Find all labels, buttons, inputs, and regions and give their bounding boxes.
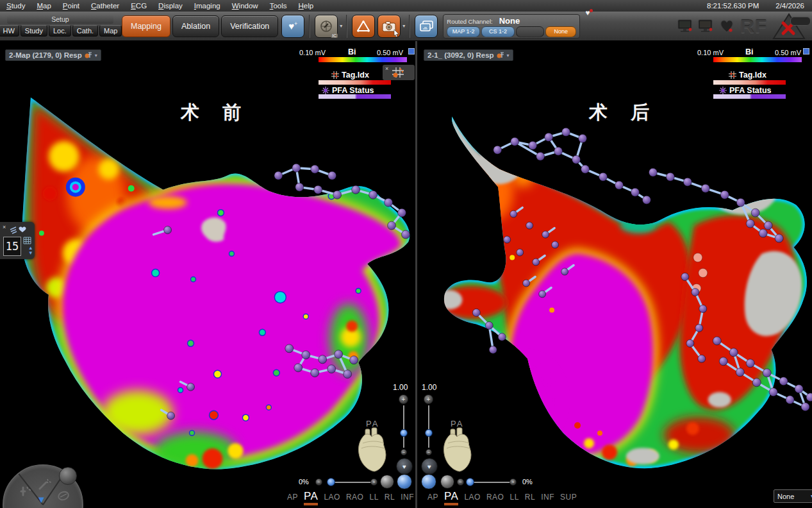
tag-tool-panel: × xyxy=(383,65,415,80)
channel-cs12-button[interactable]: CS 1-2 xyxy=(481,26,515,37)
viewport-maximize-button[interactable] xyxy=(803,48,809,55)
winged-heart-icon[interactable] xyxy=(9,224,28,235)
toolbar-separator xyxy=(309,15,310,38)
ablation-sites-button[interactable] xyxy=(352,15,375,38)
mapping-tab[interactable]: Mapping xyxy=(122,15,170,37)
menu-ecg[interactable]: ECG xyxy=(131,2,147,10)
orient-lao[interactable]: LAO xyxy=(324,493,340,502)
heart-view-button[interactable]: ♥ xyxy=(396,458,413,475)
close-icon[interactable]: × xyxy=(3,224,6,230)
opacity-minus-button[interactable]: − xyxy=(457,478,464,486)
grid-icon[interactable] xyxy=(23,237,31,244)
heart-orientation-icon[interactable] xyxy=(354,427,390,474)
orient-pa[interactable]: PA xyxy=(304,490,318,505)
zoom-slider-track[interactable] xyxy=(428,405,429,448)
opacity-plus-button[interactable]: + xyxy=(510,478,517,486)
zoom-in-button[interactable]: + xyxy=(399,394,408,404)
zoom-slider-handle[interactable] xyxy=(425,429,433,437)
orient-rl[interactable]: RL xyxy=(525,493,535,502)
tag-index-legend: Tag.Idx xyxy=(331,71,369,80)
orient-inf[interactable]: INF xyxy=(541,493,554,502)
snapshot-dropdown-chevron[interactable]: ▾ xyxy=(402,23,405,29)
tag-index-icon xyxy=(729,71,736,79)
menu-point[interactable]: Point xyxy=(63,2,79,10)
tag-grid-icon[interactable] xyxy=(392,67,404,78)
zoom-slider-track[interactable] xyxy=(403,405,404,448)
overlay-dropdown-value: None xyxy=(777,493,794,500)
setup-loc-button[interactable]: Loc. xyxy=(49,25,71,37)
map-selector-pre-op[interactable]: 2-Map (2179, 0) Resp ▾ xyxy=(5,49,101,61)
menu-imaging[interactable]: Imaging xyxy=(194,2,220,10)
voltage-color-scale[interactable] xyxy=(713,57,802,62)
zoom-slider-handle[interactable] xyxy=(400,429,408,437)
menu-study[interactable]: Study xyxy=(6,2,25,10)
opacity-slider-handle[interactable] xyxy=(466,478,474,486)
setup-map-button[interactable]: Map xyxy=(99,25,122,37)
opacity-slider-handle[interactable] xyxy=(327,478,335,486)
step-down-icon[interactable]: ▾ xyxy=(29,250,32,255)
select-tool-icon[interactable] xyxy=(18,485,32,499)
pfa-status-scale xyxy=(713,94,786,99)
orient-rao[interactable]: RAO xyxy=(486,493,504,502)
overlay-dropdown[interactable]: None ▾ xyxy=(774,489,812,503)
menu-display[interactable]: Display xyxy=(158,2,183,10)
setup-hw-button[interactable]: HW xyxy=(0,25,19,37)
snapshot-button[interactable] xyxy=(377,15,401,38)
viewport-maximize-button[interactable] xyxy=(408,48,415,55)
menu-map[interactable]: Map xyxy=(37,2,51,10)
menu-help[interactable]: Help xyxy=(299,2,314,10)
orient-ll[interactable]: LL xyxy=(369,493,378,502)
orient-sup[interactable]: SUP xyxy=(560,493,577,502)
speed-stepper[interactable]: ▴ ▾ xyxy=(29,245,32,255)
map-sphere-button[interactable] xyxy=(440,475,454,489)
radial-menu-collapse[interactable]: ▼ xyxy=(37,494,46,505)
rotation-sphere-button[interactable] xyxy=(421,474,436,489)
setup-study-button[interactable]: Study xyxy=(21,25,47,37)
new-map-button[interactable]: ♥+ xyxy=(281,15,304,38)
carto-workstation: { "menubar": { "items": ["Study","Map","… xyxy=(0,0,812,508)
orient-ap[interactable]: AP xyxy=(287,493,298,502)
map-sphere-button[interactable] xyxy=(380,475,394,489)
menu-window[interactable]: Window xyxy=(232,2,258,10)
opacity-plus-button[interactable]: + xyxy=(370,478,377,486)
rotation-sphere-button[interactable] xyxy=(397,474,412,489)
catheter-setup-button[interactable]: IC xyxy=(315,15,338,38)
map-selector-post-op[interactable]: 2-1_ (3092, 0) Resp ▾ xyxy=(424,49,513,61)
menu-catheter[interactable]: Catheter xyxy=(91,2,119,10)
channel-map12-button[interactable]: MAP 1-2 xyxy=(447,26,480,37)
zoom-out-button[interactable]: − xyxy=(426,449,432,455)
map-title: 2-1_ (3092, 0) Resp xyxy=(427,51,494,59)
zoom-out-button[interactable]: − xyxy=(401,449,407,455)
orient-ap[interactable]: AP xyxy=(427,493,438,502)
catheter-dropdown-chevron[interactable]: ▾ xyxy=(340,23,342,29)
wand-tool-icon[interactable] xyxy=(37,477,51,491)
radial-quick-menu[interactable]: ▼ xyxy=(0,461,86,508)
points-per-beat-value[interactable]: 15 xyxy=(3,237,21,256)
close-icon[interactable]: × xyxy=(385,66,388,72)
verification-tab[interactable]: Verification xyxy=(221,15,278,37)
orient-inf[interactable]: INF xyxy=(401,493,414,502)
zoom-in-button[interactable]: + xyxy=(424,394,433,404)
opacity-minus-button[interactable]: − xyxy=(315,478,322,486)
triangle-catheter-icon xyxy=(356,20,370,33)
eraser-tool-icon[interactable] xyxy=(56,489,70,503)
heart-view-button[interactable]: ♥ xyxy=(421,458,438,475)
setup-cath-button[interactable]: Cath. xyxy=(72,25,98,37)
orient-lao[interactable]: LAO xyxy=(464,493,481,502)
orient-rl[interactable]: RL xyxy=(385,493,395,502)
channel-blank-button[interactable] xyxy=(516,26,544,37)
orient-pa[interactable]: PA xyxy=(444,490,458,505)
ablation-tab[interactable]: Ablation xyxy=(172,15,219,37)
scale-max-label: 0.50 mV xyxy=(377,49,403,56)
heart-orientation-icon[interactable] xyxy=(439,427,475,474)
compass-icon xyxy=(319,19,333,33)
voltage-color-scale[interactable] xyxy=(319,57,407,62)
heart-status-icon xyxy=(718,19,735,34)
channel-none-button[interactable]: None xyxy=(545,26,576,37)
menu-tools[interactable]: Tools xyxy=(270,2,287,10)
screen-layout-button[interactable] xyxy=(415,15,438,38)
tag-index-label: Tag.Idx xyxy=(739,71,766,80)
radial-menu-knob[interactable] xyxy=(59,467,77,485)
orient-ll[interactable]: LL xyxy=(510,493,518,502)
orient-rao[interactable]: RAO xyxy=(346,493,364,502)
